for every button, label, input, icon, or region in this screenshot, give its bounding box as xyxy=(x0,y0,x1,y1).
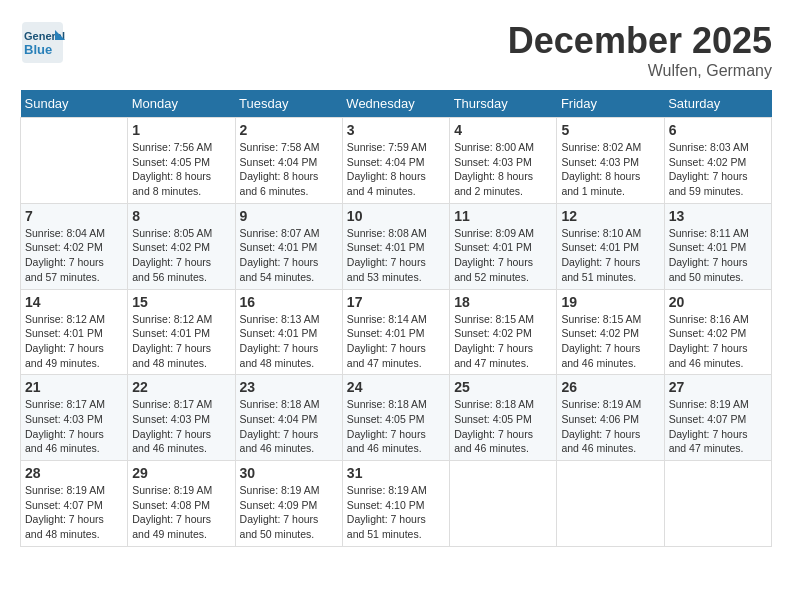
day-number: 22 xyxy=(132,379,230,395)
weekday-header-saturday: Saturday xyxy=(664,90,771,118)
calendar-cell: 23Sunrise: 8:18 AMSunset: 4:04 PMDayligh… xyxy=(235,375,342,461)
day-number: 6 xyxy=(669,122,767,138)
day-info: Sunrise: 8:03 AMSunset: 4:02 PMDaylight:… xyxy=(669,140,767,199)
day-info: Sunrise: 8:19 AMSunset: 4:06 PMDaylight:… xyxy=(561,397,659,456)
calendar-cell: 3Sunrise: 7:59 AMSunset: 4:04 PMDaylight… xyxy=(342,118,449,204)
calendar-cell: 7Sunrise: 8:04 AMSunset: 4:02 PMDaylight… xyxy=(21,203,128,289)
calendar-week-row: 14Sunrise: 8:12 AMSunset: 4:01 PMDayligh… xyxy=(21,289,772,375)
day-number: 19 xyxy=(561,294,659,310)
day-info: Sunrise: 8:10 AMSunset: 4:01 PMDaylight:… xyxy=(561,226,659,285)
weekday-header-wednesday: Wednesday xyxy=(342,90,449,118)
calendar-cell: 13Sunrise: 8:11 AMSunset: 4:01 PMDayligh… xyxy=(664,203,771,289)
calendar-cell: 21Sunrise: 8:17 AMSunset: 4:03 PMDayligh… xyxy=(21,375,128,461)
day-number: 29 xyxy=(132,465,230,481)
weekday-header-friday: Friday xyxy=(557,90,664,118)
calendar-cell: 30Sunrise: 8:19 AMSunset: 4:09 PMDayligh… xyxy=(235,461,342,547)
logo-icon: General Blue xyxy=(20,20,60,60)
day-info: Sunrise: 8:05 AMSunset: 4:02 PMDaylight:… xyxy=(132,226,230,285)
day-info: Sunrise: 7:58 AMSunset: 4:04 PMDaylight:… xyxy=(240,140,338,199)
day-number: 26 xyxy=(561,379,659,395)
day-number: 2 xyxy=(240,122,338,138)
day-number: 1 xyxy=(132,122,230,138)
calendar-cell: 10Sunrise: 8:08 AMSunset: 4:01 PMDayligh… xyxy=(342,203,449,289)
day-number: 30 xyxy=(240,465,338,481)
calendar-cell: 8Sunrise: 8:05 AMSunset: 4:02 PMDaylight… xyxy=(128,203,235,289)
calendar-cell: 4Sunrise: 8:00 AMSunset: 4:03 PMDaylight… xyxy=(450,118,557,204)
day-info: Sunrise: 8:19 AMSunset: 4:10 PMDaylight:… xyxy=(347,483,445,542)
day-number: 14 xyxy=(25,294,123,310)
svg-text:Blue: Blue xyxy=(24,42,52,57)
day-info: Sunrise: 8:12 AMSunset: 4:01 PMDaylight:… xyxy=(132,312,230,371)
day-info: Sunrise: 8:19 AMSunset: 4:08 PMDaylight:… xyxy=(132,483,230,542)
day-number: 11 xyxy=(454,208,552,224)
day-info: Sunrise: 8:12 AMSunset: 4:01 PMDaylight:… xyxy=(25,312,123,371)
day-info: Sunrise: 8:17 AMSunset: 4:03 PMDaylight:… xyxy=(132,397,230,456)
day-number: 12 xyxy=(561,208,659,224)
day-info: Sunrise: 8:16 AMSunset: 4:02 PMDaylight:… xyxy=(669,312,767,371)
day-number: 21 xyxy=(25,379,123,395)
weekday-header-monday: Monday xyxy=(128,90,235,118)
day-info: Sunrise: 8:00 AMSunset: 4:03 PMDaylight:… xyxy=(454,140,552,199)
day-info: Sunrise: 7:56 AMSunset: 4:05 PMDaylight:… xyxy=(132,140,230,199)
calendar-cell: 18Sunrise: 8:15 AMSunset: 4:02 PMDayligh… xyxy=(450,289,557,375)
calendar-week-row: 1Sunrise: 7:56 AMSunset: 4:05 PMDaylight… xyxy=(21,118,772,204)
day-info: Sunrise: 8:02 AMSunset: 4:03 PMDaylight:… xyxy=(561,140,659,199)
day-number: 5 xyxy=(561,122,659,138)
calendar-cell: 31Sunrise: 8:19 AMSunset: 4:10 PMDayligh… xyxy=(342,461,449,547)
calendar-cell: 29Sunrise: 8:19 AMSunset: 4:08 PMDayligh… xyxy=(128,461,235,547)
day-info: Sunrise: 8:07 AMSunset: 4:01 PMDaylight:… xyxy=(240,226,338,285)
calendar-cell: 27Sunrise: 8:19 AMSunset: 4:07 PMDayligh… xyxy=(664,375,771,461)
calendar-week-row: 28Sunrise: 8:19 AMSunset: 4:07 PMDayligh… xyxy=(21,461,772,547)
month-title: December 2025 xyxy=(508,20,772,62)
calendar-cell: 16Sunrise: 8:13 AMSunset: 4:01 PMDayligh… xyxy=(235,289,342,375)
calendar-cell: 15Sunrise: 8:12 AMSunset: 4:01 PMDayligh… xyxy=(128,289,235,375)
day-number: 3 xyxy=(347,122,445,138)
day-info: Sunrise: 8:08 AMSunset: 4:01 PMDaylight:… xyxy=(347,226,445,285)
calendar-cell: 26Sunrise: 8:19 AMSunset: 4:06 PMDayligh… xyxy=(557,375,664,461)
day-number: 18 xyxy=(454,294,552,310)
calendar-week-row: 7Sunrise: 8:04 AMSunset: 4:02 PMDaylight… xyxy=(21,203,772,289)
location-subtitle: Wulfen, Germany xyxy=(508,62,772,80)
weekday-header-tuesday: Tuesday xyxy=(235,90,342,118)
calendar-cell xyxy=(557,461,664,547)
calendar-table: SundayMondayTuesdayWednesdayThursdayFrid… xyxy=(20,90,772,547)
calendar-cell: 1Sunrise: 7:56 AMSunset: 4:05 PMDaylight… xyxy=(128,118,235,204)
day-info: Sunrise: 8:17 AMSunset: 4:03 PMDaylight:… xyxy=(25,397,123,456)
day-number: 17 xyxy=(347,294,445,310)
calendar-cell xyxy=(450,461,557,547)
day-number: 15 xyxy=(132,294,230,310)
day-number: 24 xyxy=(347,379,445,395)
day-number: 4 xyxy=(454,122,552,138)
day-info: Sunrise: 8:18 AMSunset: 4:05 PMDaylight:… xyxy=(347,397,445,456)
day-info: Sunrise: 8:13 AMSunset: 4:01 PMDaylight:… xyxy=(240,312,338,371)
weekday-header-row: SundayMondayTuesdayWednesdayThursdayFrid… xyxy=(21,90,772,118)
day-info: Sunrise: 8:11 AMSunset: 4:01 PMDaylight:… xyxy=(669,226,767,285)
calendar-cell: 11Sunrise: 8:09 AMSunset: 4:01 PMDayligh… xyxy=(450,203,557,289)
day-number: 8 xyxy=(132,208,230,224)
calendar-week-row: 21Sunrise: 8:17 AMSunset: 4:03 PMDayligh… xyxy=(21,375,772,461)
calendar-cell xyxy=(21,118,128,204)
day-info: Sunrise: 8:09 AMSunset: 4:01 PMDaylight:… xyxy=(454,226,552,285)
calendar-cell xyxy=(664,461,771,547)
day-number: 9 xyxy=(240,208,338,224)
logo: General Blue xyxy=(20,20,65,60)
weekday-header-thursday: Thursday xyxy=(450,90,557,118)
calendar-cell: 25Sunrise: 8:18 AMSunset: 4:05 PMDayligh… xyxy=(450,375,557,461)
calendar-cell: 17Sunrise: 8:14 AMSunset: 4:01 PMDayligh… xyxy=(342,289,449,375)
calendar-cell: 20Sunrise: 8:16 AMSunset: 4:02 PMDayligh… xyxy=(664,289,771,375)
day-number: 31 xyxy=(347,465,445,481)
day-info: Sunrise: 8:19 AMSunset: 4:07 PMDaylight:… xyxy=(25,483,123,542)
day-info: Sunrise: 8:14 AMSunset: 4:01 PMDaylight:… xyxy=(347,312,445,371)
day-number: 25 xyxy=(454,379,552,395)
day-info: Sunrise: 8:15 AMSunset: 4:02 PMDaylight:… xyxy=(561,312,659,371)
day-info: Sunrise: 8:19 AMSunset: 4:09 PMDaylight:… xyxy=(240,483,338,542)
day-info: Sunrise: 8:19 AMSunset: 4:07 PMDaylight:… xyxy=(669,397,767,456)
day-number: 10 xyxy=(347,208,445,224)
day-number: 23 xyxy=(240,379,338,395)
page-header: General Blue December 2025 Wulfen, Germa… xyxy=(20,20,772,80)
calendar-cell: 5Sunrise: 8:02 AMSunset: 4:03 PMDaylight… xyxy=(557,118,664,204)
day-info: Sunrise: 8:04 AMSunset: 4:02 PMDaylight:… xyxy=(25,226,123,285)
weekday-header-sunday: Sunday xyxy=(21,90,128,118)
day-number: 16 xyxy=(240,294,338,310)
calendar-cell: 24Sunrise: 8:18 AMSunset: 4:05 PMDayligh… xyxy=(342,375,449,461)
